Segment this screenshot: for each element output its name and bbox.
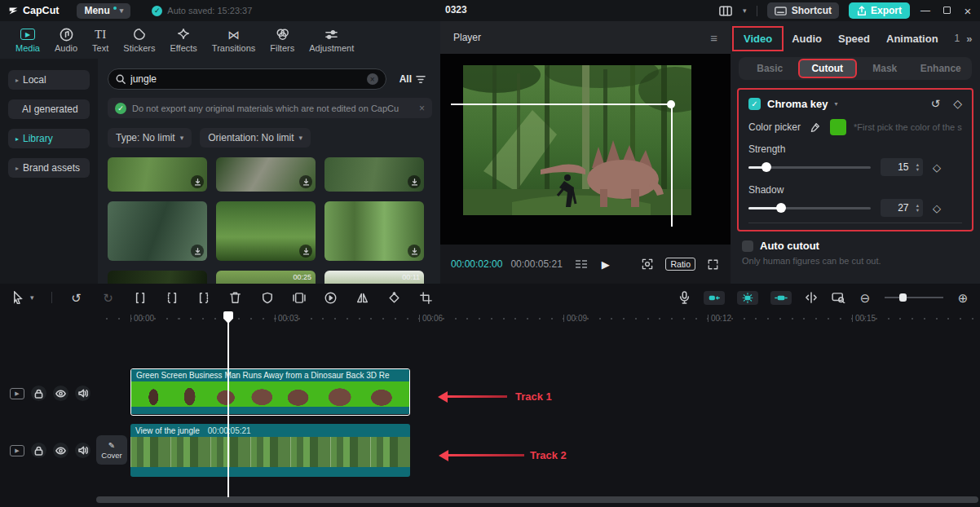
tab-stickers[interactable]: Stickers	[116, 27, 162, 53]
subtab-mask[interactable]: Mask	[857, 60, 913, 77]
mute-speaker-icon[interactable]	[75, 443, 90, 458]
collapse-caret-icon[interactable]: ▾	[834, 100, 837, 108]
eye-icon[interactable]	[53, 443, 68, 458]
download-icon[interactable]	[191, 175, 204, 188]
tab-transitions[interactable]: ⋈ Transitions	[205, 27, 263, 53]
mask-shield-button[interactable]	[260, 290, 275, 305]
minimize-button[interactable]: —	[920, 5, 931, 16]
sidebar-item-brand-assets[interactable]: ▸ Brand assets	[8, 158, 90, 178]
timeline-ruler[interactable]: 00:00 00:03 00:06 00:09 00:12 00:15	[0, 311, 980, 329]
clear-search-icon[interactable]: ×	[367, 73, 378, 85]
timeline-zoom-slider[interactable]	[885, 293, 943, 302]
ripple-delete-toggle[interactable]	[704, 291, 725, 305]
subtab-enhance[interactable]: Enhance	[913, 60, 969, 77]
track-list-icon[interactable]	[574, 257, 589, 271]
play-button[interactable]: ▶	[602, 258, 610, 271]
player-menu-icon[interactable]: ≡	[710, 31, 717, 45]
all-filter-button[interactable]: All	[393, 68, 432, 90]
media-thumbnail[interactable]	[324, 157, 424, 192]
tab-filters[interactable]: Filters	[263, 27, 302, 53]
subtab-cutout[interactable]: Cutout	[798, 59, 858, 78]
undo-button[interactable]: ↺	[69, 290, 84, 305]
media-thumbnail[interactable]: 00:11	[324, 271, 424, 284]
download-icon[interactable]	[408, 245, 421, 258]
tab-animation[interactable]: Animation	[886, 33, 938, 45]
media-thumbnail[interactable]	[108, 157, 207, 192]
download-icon[interactable]	[408, 175, 421, 188]
tab-text[interactable]: TI Text	[85, 27, 116, 53]
lock-icon[interactable]	[31, 443, 46, 458]
tab-adjustment[interactable]: Adjustment	[302, 27, 361, 53]
crop-button[interactable]	[419, 290, 434, 305]
tab-audio[interactable]: Audio	[47, 27, 85, 53]
shortcut-button[interactable]: Shortcut	[767, 2, 839, 19]
media-thumbnail[interactable]	[216, 201, 316, 261]
close-button[interactable]: ×	[962, 4, 973, 18]
sidebar-item-local[interactable]: ▸ Local	[8, 70, 90, 90]
media-thumbnail[interactable]: 00:25	[216, 271, 316, 284]
media-thumbnail[interactable]	[216, 157, 316, 192]
more-tabs-icon[interactable]: »	[966, 33, 972, 45]
rotate-button[interactable]	[387, 290, 402, 305]
link-toggle[interactable]	[770, 291, 792, 305]
track2-clip[interactable]: View of the jungle 00:00:05:21	[130, 424, 410, 477]
overlay-button[interactable]	[292, 290, 307, 305]
split-view-button[interactable]	[804, 290, 819, 305]
sidebar-item-ai-generated[interactable]: AI generated	[8, 99, 90, 119]
media-thumbnail[interactable]	[108, 271, 207, 284]
sidebar-item-library[interactable]: ▸ Library	[8, 129, 90, 148]
select-tool-caret[interactable]: ▾	[30, 293, 34, 302]
cover-button[interactable]: ✎ Cover	[96, 435, 127, 465]
split-right-button[interactable]	[196, 290, 211, 305]
keyframe-diamond-icon[interactable]: ◇	[953, 97, 962, 110]
layout-chevron-icon[interactable]: ▾	[743, 7, 747, 15]
reset-icon[interactable]: ↺	[930, 97, 940, 110]
orientation-filter-dropdown[interactable]: Orientation: No limit ▾	[200, 128, 311, 148]
horizontal-scrollbar[interactable]	[96, 496, 978, 503]
shadow-stepper[interactable]: ▴ ▾	[916, 203, 919, 213]
speed-button[interactable]	[324, 290, 338, 305]
ratio-button[interactable]: Ratio	[665, 258, 695, 271]
shadow-slider[interactable]	[748, 202, 871, 214]
delete-button[interactable]	[228, 290, 243, 305]
media-thumbnail[interactable]	[108, 201, 207, 261]
split-button[interactable]	[133, 290, 148, 305]
mirror-flip-button[interactable]	[355, 290, 370, 305]
preview-axis-button[interactable]	[831, 290, 845, 305]
record-voiceover-button[interactable]	[677, 290, 691, 305]
redo-button[interactable]: ↻	[101, 290, 116, 305]
notice-check-icon[interactable]: ✓	[115, 103, 126, 114]
auto-cutout-checkbox[interactable]	[742, 240, 753, 252]
chroma-color-swatch[interactable]	[830, 119, 846, 135]
zoom-out-button[interactable]: ⊖	[858, 290, 872, 305]
eyedropper-icon[interactable]	[807, 120, 822, 134]
type-filter-dropdown[interactable]: Type: No limit ▾	[108, 128, 192, 148]
strength-value-box[interactable]: 15 ▴ ▾	[881, 158, 923, 176]
keyframe-diamond-icon[interactable]: ◇	[933, 161, 941, 174]
snapping-toggle[interactable]	[737, 291, 758, 305]
maximize-button[interactable]	[941, 5, 952, 16]
download-icon[interactable]	[299, 175, 312, 188]
layout-switch-button[interactable]	[718, 3, 733, 18]
media-thumbnail[interactable]	[324, 201, 424, 261]
search-box[interactable]: ×	[108, 68, 386, 90]
menu-button[interactable]: Menu ▾	[77, 3, 130, 19]
fullscreen-button[interactable]	[705, 257, 720, 271]
notice-close-icon[interactable]: ×	[419, 103, 425, 114]
strength-slider[interactable]	[748, 161, 871, 173]
subtab-basic[interactable]: Basic	[742, 60, 798, 77]
tab-video[interactable]: Video	[732, 26, 784, 51]
preview-focus-button[interactable]	[640, 257, 655, 271]
lock-icon[interactable]	[31, 386, 46, 401]
mute-speaker-icon[interactable]	[75, 386, 90, 401]
tab-media[interactable]: ▶ Media	[8, 27, 47, 53]
download-icon[interactable]	[191, 245, 204, 258]
tab-audio-props[interactable]: Audio	[792, 33, 822, 45]
eye-icon[interactable]	[53, 386, 68, 401]
shadow-value-box[interactable]: 27 ▴ ▾	[881, 199, 923, 217]
split-left-button[interactable]	[165, 290, 179, 305]
keyframe-diamond-icon[interactable]: ◇	[933, 202, 941, 214]
tab-speed[interactable]: Speed	[838, 33, 870, 45]
zoom-in-button[interactable]: ⊕	[956, 290, 970, 305]
tab-effects[interactable]: Effects	[162, 27, 204, 53]
